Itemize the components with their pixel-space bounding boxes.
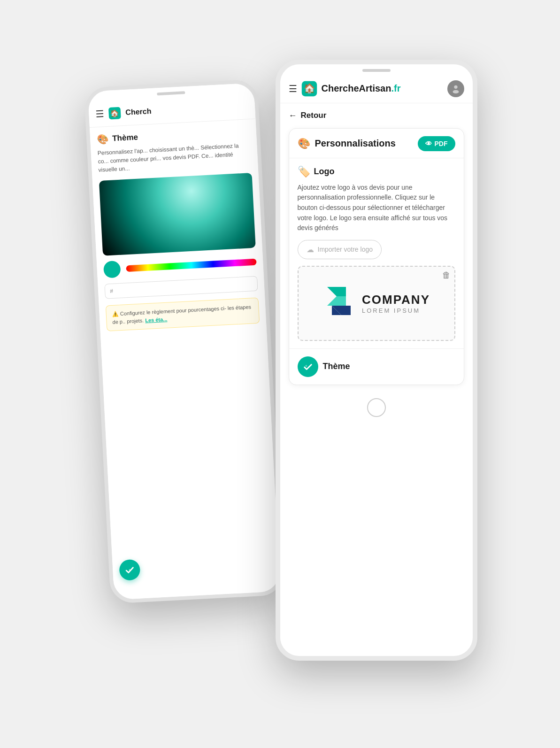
front-menu-icon[interactable]: ☰ [289, 83, 297, 94]
color-picker-gradient[interactable] [99, 172, 255, 255]
front-logo-icon: 🏠 [301, 80, 318, 97]
card-header: 🎨 Personnalisations 👁 PDF [289, 129, 464, 158]
svg-point-11 [305, 365, 307, 367]
back-phone-screen: ☰ 🏠 Cherch 🎨 Thème Personnalisez l'ap...… [87, 83, 280, 600]
import-btn-label: Importer votre logo [318, 246, 373, 253]
card-theme-section: Thème [289, 349, 464, 385]
logo-section: 🏷️ Logo Ajoutez votre logo à vos devis p… [289, 158, 464, 349]
svg-point-6 [453, 90, 459, 93]
pdf-btn-icon: 👁 [425, 140, 432, 147]
hue-slider[interactable] [126, 258, 256, 272]
card-header-left: 🎨 Personnalisations [298, 138, 396, 150]
back-theme-icon: 🎨 [96, 133, 108, 145]
front-screen-content: ← Retour 🎨 Personnalisations 👁 [280, 103, 473, 393]
logo-section-icon: 🏷️ [298, 166, 310, 178]
company-text: COMPANY LOREM IPSUM [362, 293, 430, 314]
hex-color-input[interactable] [104, 276, 258, 299]
svg-point-2 [129, 569, 130, 571]
company-logo-icon [322, 282, 355, 324]
svg-marker-8 [327, 296, 346, 306]
back-theme-title: Thème [112, 132, 138, 143]
front-logo-area: ☰ 🏠 ChercheArtisan.fr [289, 80, 401, 97]
logo-preview-box: 🗑 [298, 266, 455, 341]
company-logo: COMPANY LOREM IPSUM [322, 282, 430, 324]
svg-point-5 [454, 85, 457, 88]
back-phone-speaker [157, 91, 185, 95]
back-floating-checkmark[interactable] [119, 559, 140, 580]
theme-label: Thème [323, 362, 350, 371]
back-btn-label: Retour [301, 111, 327, 120]
front-home-button[interactable] [367, 398, 386, 417]
checkmark-icon [124, 564, 135, 575]
svg-text:🏠: 🏠 [110, 108, 119, 117]
back-theme-section: 🎨 Thème Personnalisez l'ap... choisissan… [89, 119, 267, 343]
logo-delete-button[interactable]: 🗑 [442, 270, 451, 280]
company-name: COMPANY [362, 293, 430, 307]
selected-color-circle[interactable] [103, 260, 121, 278]
warning-link[interactable]: Les éta... [145, 316, 167, 323]
logo-section-title: Logo [314, 167, 335, 177]
card-title: Personnalisations [315, 138, 396, 149]
back-arrow-icon: ← [289, 111, 297, 121]
theme-check-icon [303, 362, 313, 372]
warning-text: ⚠️ Configurez le règlement pour pourcent… [112, 304, 251, 324]
company-subtitle: LOREM IPSUM [362, 307, 430, 314]
back-brand-name: Cherch [125, 107, 151, 116]
back-menu-icon[interactable]: ☰ [95, 108, 104, 120]
theme-checkmark-circle[interactable] [298, 356, 318, 377]
front-phone-top-bar [280, 64, 473, 75]
phone-back: ☰ 🏠 Cherch 🎨 Thème Personnalisez l'ap...… [84, 79, 284, 604]
front-phone-bottom-bar [280, 393, 473, 421]
personnalisations-card: 🎨 Personnalisations 👁 PDF 🏷️ Logo [289, 128, 464, 385]
front-phone-screen: ☰ 🏠 ChercheArtisan.fr [280, 64, 473, 656]
back-theme-description: Personnalisez l'ap... choisissant un thè… [97, 141, 251, 174]
pdf-btn-label: PDF [435, 140, 448, 147]
front-app-header: ☰ 🏠 ChercheArtisan.fr [280, 75, 473, 103]
logo-section-description: Ajoutez votre logo à vos devis pour une … [298, 183, 455, 233]
color-controls [103, 253, 256, 278]
pdf-button[interactable]: 👁 PDF [418, 136, 455, 151]
warning-box: ⚠️ Configurez le règlement pour pourcent… [105, 297, 259, 331]
front-avatar[interactable] [447, 80, 464, 97]
avatar-icon [451, 84, 461, 94]
phone-front: ☰ 🏠 ChercheArtisan.fr [276, 60, 477, 661]
card-title-icon: 🎨 [298, 138, 310, 150]
svg-marker-7 [327, 287, 346, 296]
import-logo-button[interactable]: ☁ Importer votre logo [298, 240, 382, 259]
svg-text:🏠: 🏠 [303, 83, 315, 94]
import-icon: ☁ [307, 245, 314, 254]
back-logo-icon: 🏠 [107, 106, 122, 121]
scene: ☰ 🏠 Cherch 🎨 Thème Personnalisez l'ap...… [69, 46, 491, 703]
front-brand-name: ChercheArtisan.fr [322, 83, 401, 94]
logo-section-heading: 🏷️ Logo [298, 166, 455, 178]
front-phone-speaker [362, 69, 391, 72]
back-button[interactable]: ← Retour [289, 111, 464, 121]
